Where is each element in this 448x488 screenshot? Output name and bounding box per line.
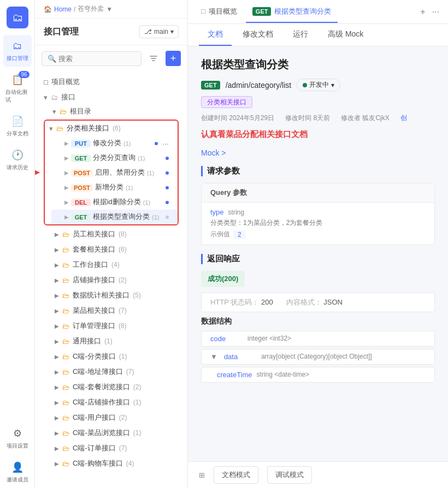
content-type-label: 内容格式： JSON [286,297,343,307]
param-row-type: type string 分类类型：1为菜品分类，2为套餐分类 示例值 2 [202,203,434,245]
root-directory[interactable]: ▾ 🗁 根目录 [35,104,187,118]
content-type-val: JSON [323,298,343,306]
mock-arrow: > [221,148,226,157]
api-item-get-bytype[interactable]: ▶ GET 根据类型查询分类 (1) [51,210,178,224]
folder-icon: 🗁 [62,398,69,407]
tab-api-detail[interactable]: GET 根据类型查询分类 [246,1,338,23]
status-dot [166,186,169,189]
api-item-post-enable[interactable]: ▶ POST 启用、禁用分类 (1) [51,165,178,180]
method-badge-get2: GET [71,213,91,221]
group-count: (6) [119,246,127,253]
folder-icon: 🗁 [62,246,69,254]
tab-overview[interactable]: □ 项目概览 [194,1,244,23]
create-icon: 创 [400,114,407,123]
group-label: 工作台接口 [73,260,108,270]
expand-arrow: ▼ [210,353,217,361]
param-name: type [210,208,224,216]
sub-tab-mock[interactable]: 高级 Mock [319,24,372,46]
red-arrow-indicator: ➤ [35,165,40,180]
project-overview-item[interactable]: □ 项目概览 [35,74,187,90]
sub-tab-run[interactable]: 运行 [284,24,317,46]
expand-icon: ▾ [44,93,48,102]
search-input[interactable] [58,55,135,63]
mock-row[interactable]: Mock > [201,148,435,157]
folder-icon: 🗁 [62,444,69,453]
api-label: 启用、禁用分类 [95,168,145,177]
tab-add-button[interactable]: + [418,5,427,19]
group-c-user[interactable]: ▶ 🗁 C端-用户接口 (2) [35,410,187,425]
group-c-shop[interactable]: ▶ 🗁 C端-店铺操作接口 (1) [35,395,187,410]
chevron-right-icon: ▶ [55,247,59,253]
group-label: 店铺操作接口 [73,275,115,285]
group-staff[interactable]: ▶ 🗁 员工相关接口 (8) [35,227,187,242]
group-c-combo[interactable]: ▶ 🗁 C端-套餐浏览接口 (2) [35,379,187,395]
api-label: 根据id删除分类 [93,198,141,207]
group-label: C端-菜品浏览接口 [73,428,130,438]
group-count: (8) [119,230,127,238]
group-c-dish[interactable]: ▶ 🗁 C端-菜品浏览接口 (1) [35,425,187,441]
group-c-cat[interactable]: ▶ 🗁 C端-分类接口 (1) [35,349,187,364]
api-item-del[interactable]: ▶ DEL 根据id删除分类 (1) [51,195,178,210]
sidebar-tree: □ 项目概览 ▾ 🗂 接口 ▾ 🗁 根目录 ▾ 🗁 分类相关接口 (6) [35,72,187,488]
add-button[interactable]: + [166,51,181,66]
content-type-key: 内容格式： [286,298,322,306]
group-count: (1) [133,429,142,437]
api-label: 根据类型查询分类 [93,212,150,222]
param-desc: 分类类型：1为菜品分类，2为套餐分类 [210,218,426,228]
chevron-right-icon: ▶ [55,369,59,375]
sub-tab-docs[interactable]: 文档 [199,24,232,46]
sidebar-item-share[interactable]: 📄 分享文档 [3,110,32,142]
share-icon: 📄 [11,115,24,128]
sidebar-item-invite[interactable]: 👤 邀请成员 [3,456,32,488]
group-combo[interactable]: ▶ 🗁 套餐相关接口 (6) [35,242,187,257]
breadcrumb-home[interactable]: Home [54,5,72,13]
history-icon: 🕐 [11,148,24,162]
group-workspace[interactable]: ▶ 🗁 工作台接口 (4) [35,257,187,272]
api-item-get-page[interactable]: ▶ GET 分类分页查询 (1) [51,151,178,165]
project-tab-icon: □ [201,7,205,15]
method-badge-post: POST [71,169,93,177]
api-method-badge: GET [201,81,220,90]
sidebar-item-settings[interactable]: ⚙ 项目设置 [3,422,32,454]
group-stats[interactable]: ▶ 🗁 数据统计相关接口 (5) [35,288,187,303]
chevron-right-icon: ▶ [55,430,59,436]
group-order[interactable]: ▶ 🗁 订单管理接口 (8) [35,318,187,334]
branch-selector[interactable]: ⎇ main ▾ [139,25,179,38]
sidebar-item-history[interactable]: 🕐 请求历史 [3,144,32,176]
folder-icon: 🗁 [62,261,69,269]
category-group-header[interactable]: ▾ 🗁 分类相关接口 (6) [45,121,178,136]
api-item-post-add[interactable]: ▶ POST 新增分类 (1) [51,180,178,195]
chevron-right-icon: ▶ [55,415,59,421]
doc-mode-button[interactable]: 文档模式 [214,466,258,484]
sidebar-item-auto[interactable]: 📋 96 自动化测试 [3,69,32,108]
struct-row-data: ▼ data array[object (Category)[object Ob… [201,349,435,365]
group-count: (4) [111,261,120,269]
api-count: (1) [138,155,145,162]
main-tabs-bar: □ 项目概览 GET 根据类型查询分类 + ··· [188,0,448,24]
api-item-put-category[interactable]: ▶ PUT 修改分类 (1) ··· [51,136,178,151]
group-c-addr[interactable]: ▶ 🗁 C端-地址簿接口 (7) [35,364,187,379]
sidebar-item-api[interactable]: 🗂 接口管理 [3,35,32,67]
debug-mode-button[interactable]: 调试模式 [267,466,312,484]
filter-button[interactable] [146,51,161,66]
sub-tab-edit[interactable]: 修改文档 [234,24,282,46]
group-shop[interactable]: ▶ 🗁 店铺操作接口 (2) [35,272,187,288]
struct-type-data: array[object (Category)[object Object]] [261,353,372,360]
history-label: 请求历史 [7,164,28,171]
group-c-order[interactable]: ▶ 🗁 C端-订单接口 (7) [35,441,187,456]
response-section: 成功(200) HTTP 状态码： 200 内容格式： JSON 数据结构 co… [201,271,435,383]
status-dot [166,171,169,175]
settings-icon: ⚙ [11,427,24,440]
collapse-icon[interactable]: ⊞ [199,471,205,479]
group-c-cart[interactable]: ▶ 🗁 C端-购物车接口 (4) [35,456,187,471]
more-button[interactable]: ··· [162,139,169,148]
sub-tabs: 文档 修改文档 运行 高级 Mock [188,24,448,46]
folder-icon: 🗁 [62,230,69,239]
group-dish[interactable]: ▶ 🗁 菜品相关接口 (7) [35,303,187,318]
group-common[interactable]: ▶ 🗁 通用接口 (1) [35,334,187,349]
tab-more-button[interactable]: ··· [430,5,441,19]
interfaces-section[interactable]: ▾ 🗂 接口 [35,90,187,104]
project-icon: □ [44,78,48,86]
tab-api-label: 根据类型查询分类 [274,7,331,16]
status-badge[interactable]: 开发中 ▾ [297,79,340,91]
